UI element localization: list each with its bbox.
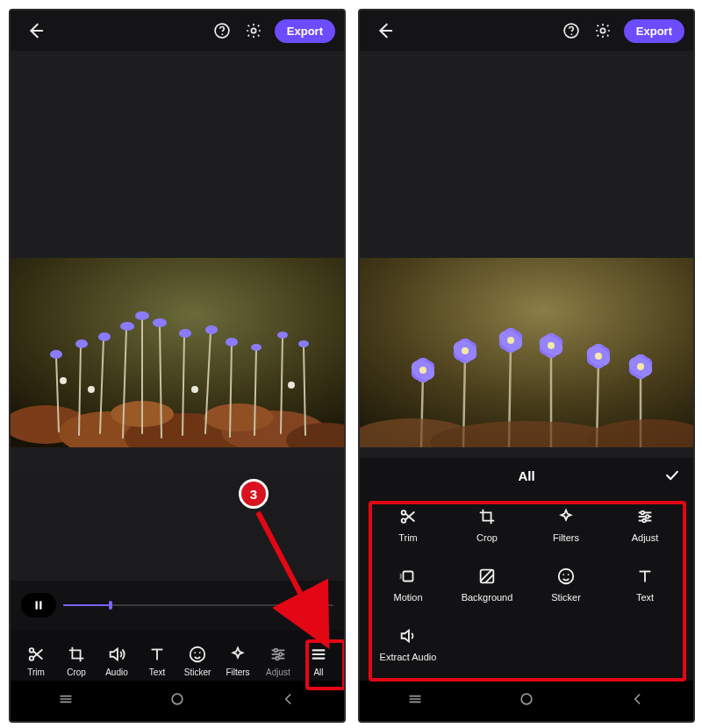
panel-item-trim[interactable]: Trim [372, 498, 444, 551]
chevron-left-icon [629, 690, 647, 708]
gear-icon [245, 22, 262, 39]
back-nav-button[interactable] [629, 690, 647, 711]
sparkle-icon [228, 645, 247, 664]
svg-point-42 [30, 648, 34, 653]
svg-point-48 [190, 646, 205, 661]
phone-right: Export [358, 9, 695, 723]
speaker-icon [107, 645, 126, 664]
svg-point-35 [298, 340, 309, 347]
sliders-icon [269, 645, 288, 664]
tool-adjust[interactable]: Adjust [261, 645, 296, 677]
tool-audio[interactable]: Audio [99, 645, 134, 677]
help-icon [213, 22, 231, 39]
tool-crop[interactable]: Crop [59, 645, 94, 677]
back-button[interactable] [21, 17, 49, 45]
confirm-button[interactable] [663, 467, 681, 487]
export-button[interactable]: Export [624, 19, 684, 43]
tool-trim[interactable]: Trim [18, 645, 54, 677]
panel-item-crop[interactable]: Crop [451, 498, 523, 551]
spacer-dark [11, 472, 344, 581]
svg-rect-41 [39, 601, 41, 609]
svg-point-36 [60, 377, 67, 384]
progress-slider[interactable] [63, 604, 333, 606]
svg-point-49 [194, 652, 196, 653]
item-label: Filters [553, 532, 579, 543]
tool-label: Audio [105, 667, 128, 677]
panel-item-filters[interactable]: Filters [530, 498, 602, 551]
smiley-icon [188, 645, 207, 664]
tool-label: Adjust [266, 667, 290, 677]
tool-filters[interactable]: Filters [220, 645, 255, 677]
chevron-left-icon [280, 690, 297, 708]
crop-icon [477, 507, 497, 526]
item-label: Sticker [551, 592, 581, 603]
check-icon [663, 467, 681, 484]
svg-point-29 [153, 318, 167, 327]
background-icon [477, 567, 497, 586]
sparkle-icon [556, 507, 576, 526]
svg-point-102 [568, 574, 569, 575]
svg-point-3 [251, 28, 255, 32]
recent-apps-button[interactable] [406, 690, 424, 711]
home-button[interactable] [168, 690, 186, 711]
video-preview[interactable] [11, 51, 344, 472]
tool-sticker[interactable]: Sticker [180, 645, 215, 677]
recent-apps-button[interactable] [57, 690, 75, 711]
help-button[interactable] [559, 18, 584, 43]
tool-label: Crop [67, 667, 86, 677]
svg-point-33 [251, 344, 261, 351]
scissors-icon [26, 645, 46, 664]
item-label: Adjust [632, 532, 659, 543]
svg-point-25 [75, 339, 88, 348]
panel-item-text[interactable]: Text [609, 558, 681, 610]
export-button[interactable]: Export [275, 19, 335, 43]
home-button[interactable] [518, 690, 535, 711]
svg-point-32 [226, 338, 238, 346]
item-label: Extract Audio [380, 652, 437, 662]
svg-point-39 [288, 382, 295, 389]
svg-point-24 [50, 350, 62, 359]
svg-point-56 [276, 656, 279, 660]
text-icon [147, 645, 167, 664]
svg-point-43 [30, 656, 34, 660]
android-navbar [360, 681, 693, 721]
panel-item-motion[interactable]: Motion [372, 558, 444, 610]
svg-point-37 [88, 386, 95, 393]
svg-point-63 [172, 694, 183, 704]
item-label: Background [462, 592, 513, 603]
tool-label: Trim [27, 667, 45, 677]
svg-point-2 [221, 33, 223, 35]
back-button[interactable] [370, 17, 398, 45]
pause-button[interactable] [21, 593, 56, 617]
svg-point-11 [204, 403, 274, 432]
svg-point-26 [98, 332, 111, 341]
video-preview[interactable] [360, 51, 693, 458]
svg-rect-96 [404, 572, 413, 582]
tool-text[interactable]: Text [140, 645, 175, 677]
svg-point-93 [641, 511, 644, 515]
panel-item-extract-audio[interactable]: Extract Audio [372, 617, 444, 670]
settings-button[interactable] [591, 18, 615, 43]
item-label: Crop [476, 532, 498, 543]
help-icon [562, 22, 580, 39]
menu-icon [309, 645, 328, 664]
svg-point-34 [277, 332, 288, 339]
settings-button[interactable] [241, 18, 266, 43]
sliders-icon [635, 507, 655, 526]
svg-point-101 [562, 574, 564, 575]
scissors-icon [398, 507, 418, 526]
panel-item-sticker[interactable]: Sticker [530, 558, 602, 610]
panel-item-background[interactable]: Background [451, 558, 523, 610]
help-button[interactable] [210, 18, 234, 43]
svg-point-38 [191, 386, 198, 393]
smiley-icon [556, 567, 576, 586]
panel-item-adjust[interactable]: Adjust [609, 498, 681, 551]
item-label: Motion [393, 592, 422, 603]
motion-icon [398, 567, 418, 586]
recent-icon [406, 690, 424, 708]
tool-all[interactable]: All [301, 645, 336, 677]
back-nav-button[interactable] [280, 690, 297, 711]
svg-point-95 [642, 519, 646, 523]
svg-point-87 [402, 518, 406, 523]
svg-point-100 [559, 569, 574, 584]
